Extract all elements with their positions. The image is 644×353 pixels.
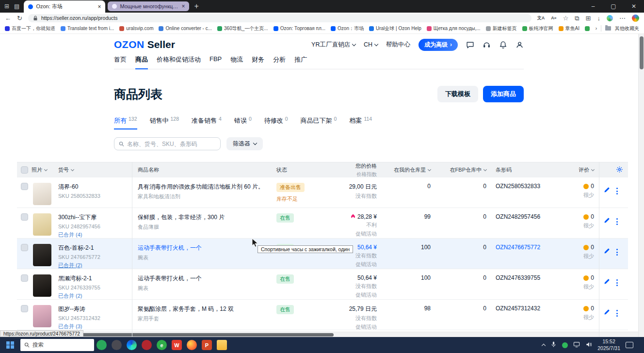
browser-tab-active[interactable]: Ozon: 市场 × [24, 0, 105, 13]
col-rating[interactable]: 评价 [579, 166, 594, 174]
tab-actions-icon[interactable]: ⊞ [4, 3, 9, 10]
bookmark-item[interactable]: 新建标签页 [486, 25, 517, 32]
table-settings-gear-icon[interactable] [616, 166, 623, 174]
product-search-box[interactable] [114, 137, 221, 150]
taskbar-app[interactable]: P [199, 337, 214, 353]
display-icon[interactable] [573, 341, 580, 350]
split-screen-icon[interactable]: ⧉ [575, 15, 579, 21]
table-row-highlighted[interactable]: 百色-首标-2-1 SKU 2476675772 已合并 (2) 运动手表带打火… [17, 239, 628, 269]
row-checkbox[interactable] [21, 305, 28, 312]
table-row[interactable]: 黑濑湾标-2-1 SKU 2476339755 已合并 (2) 运动手表带打火机… [17, 269, 628, 300]
table-row[interactable]: 300zhi--宝下摩 SKU 2482957456 已合并 (4) 保鲜膜，包… [17, 208, 628, 239]
taskbar-app[interactable] [139, 337, 154, 353]
ozon-logo[interactable]: OZONSeller [114, 39, 175, 50]
product-name-link[interactable]: 保鲜膜，包装，非常经济，300 片 [138, 213, 272, 222]
barcode-link[interactable]: OZN2476675772 [496, 244, 540, 251]
settings-menu-icon[interactable]: ⋯ [619, 15, 626, 21]
nav-pricing[interactable]: 价格和促销活动 [157, 55, 201, 69]
bookmark-item[interactable]: uralsvip.com [119, 25, 153, 32]
promo-label[interactable]: 促销活动 [355, 230, 377, 238]
taskbar-app[interactable]: e [154, 337, 169, 353]
nav-analytics[interactable]: 分析 [273, 55, 286, 69]
promo-label[interactable]: 促销活动 [355, 261, 377, 268]
taskbar-app[interactable]: W [169, 337, 184, 353]
scrollbar-thumb[interactable] [640, 36, 644, 69]
browser-essentials-icon[interactable] [607, 15, 613, 21]
merged-link[interactable]: 已合并 (3) [58, 323, 132, 330]
notifications-bell-icon[interactable] [499, 41, 507, 49]
address-bar[interactable]: https://seller.ozon.ru/app/products [28, 14, 531, 22]
edit-icon[interactable] [604, 309, 610, 317]
microphone-icon[interactable] [550, 341, 557, 350]
search-input[interactable] [127, 141, 216, 147]
nav-products[interactable]: 商品 [135, 55, 148, 69]
product-photo[interactable] [33, 274, 51, 297]
tab-all[interactable]: 所有132 [114, 116, 137, 129]
col-article[interactable]: 货号 [58, 166, 132, 174]
product-name-link[interactable]: 具有消毒作用的强效多功能清洁地板片剂 60 片。 [138, 183, 272, 191]
window-minimize-button[interactable]: – [583, 0, 603, 13]
nav-promotion[interactable]: 推广 [294, 55, 307, 69]
col-stock-fbp[interactable]: 在FBP仓库中 [434, 166, 486, 174]
tab-to-fix[interactable]: 待修改0 [264, 116, 288, 129]
action-center-icon[interactable] [626, 342, 633, 348]
browser-tab-inactive[interactable]: Мощные многофункциональн... × [108, 1, 189, 11]
start-button[interactable] [0, 337, 20, 353]
tab-ready[interactable]: 准备销售4 [192, 116, 222, 129]
other-bookmarks-button[interactable]: 其他收藏夹 [615, 25, 639, 32]
bookmark-item[interactable]: 360导航_一个主页... [217, 25, 268, 32]
download-template-button[interactable]: 下载模板 [437, 86, 478, 102]
promo-label[interactable]: 促销活动 [355, 291, 377, 299]
taskbar-app[interactable] [109, 337, 124, 353]
taskbar-app[interactable] [124, 337, 139, 353]
col-stock-my[interactable]: 在我的仓库里 [381, 166, 431, 174]
bookmarks-overflow-icon[interactable]: › [596, 26, 597, 31]
bookmark-item[interactable]: Щетка для посуды,... [427, 25, 481, 32]
nav-home[interactable]: 首页 [114, 55, 127, 69]
row-checkbox[interactable] [21, 213, 28, 221]
select-all-checkbox[interactable] [21, 166, 28, 174]
bookmark-item[interactable]: Online converter - c... [159, 25, 212, 32]
more-actions-icon[interactable] [616, 248, 618, 256]
more-actions-icon[interactable] [616, 278, 618, 286]
window-maximize-button[interactable]: ▢ [603, 0, 624, 13]
nav-fbp[interactable]: FBP [209, 55, 222, 69]
support-headset-icon[interactable] [483, 41, 491, 49]
bookmark-item[interactable]: Ozon：市场 [331, 25, 364, 32]
back-icon[interactable]: ← [5, 15, 11, 21]
vertical-scrollbar[interactable] [638, 34, 644, 337]
more-actions-icon[interactable] [616, 309, 618, 317]
row-checkbox[interactable] [21, 183, 28, 190]
refresh-icon[interactable]: ↻ [17, 15, 22, 21]
chat-icon[interactable] [466, 41, 474, 49]
store-menu[interactable]: YR工厂直销店 [311, 41, 355, 49]
bookmark-item[interactable]: Ozon: Торговая пл... [274, 25, 325, 32]
tray-app-icon[interactable] [562, 342, 568, 348]
translate-icon[interactable]: 文A [537, 15, 545, 21]
workspace-icon[interactable]: ▤ [14, 3, 19, 10]
collections-icon[interactable]: ⊞ [586, 15, 591, 21]
edit-icon[interactable] [604, 248, 610, 256]
tab-delisted[interactable]: 商品已下架0 [301, 116, 337, 129]
taskbar-app[interactable] [184, 337, 199, 353]
more-actions-icon[interactable] [616, 187, 618, 194]
window-close-button[interactable]: ✕ [624, 0, 644, 13]
nav-logistics[interactable]: 物流 [230, 55, 243, 69]
premium-button[interactable]: 成为高级› [419, 39, 458, 51]
bookmark-item[interactable]: 板纯净官网 [522, 25, 553, 32]
bookmark-item[interactable]: 百度一下，你就知道 [5, 25, 55, 32]
product-name-link[interactable]: 聚氨酯涂层，家务手套，M 码，12 双 [138, 305, 272, 313]
add-product-button[interactable]: 添加商品 [483, 86, 524, 102]
downloads-icon[interactable]: ↓ [597, 15, 601, 21]
merged-link[interactable]: 已合并 (4) [58, 231, 132, 239]
taskbar-app[interactable] [94, 337, 109, 353]
row-checkbox[interactable] [21, 244, 28, 251]
filters-button[interactable]: 筛选器 [226, 137, 263, 150]
more-actions-icon[interactable] [616, 217, 618, 225]
taskbar-app[interactable] [214, 337, 229, 353]
product-name-link[interactable]: 运动手表带打火机，一个 [138, 274, 272, 283]
nav-finance[interactable]: 财务 [252, 55, 264, 69]
bookmark-item[interactable]: 在线转换器 - 免费... [585, 25, 592, 32]
language-menu[interactable]: CH [364, 41, 378, 48]
new-tab-button[interactable]: + [194, 2, 198, 11]
